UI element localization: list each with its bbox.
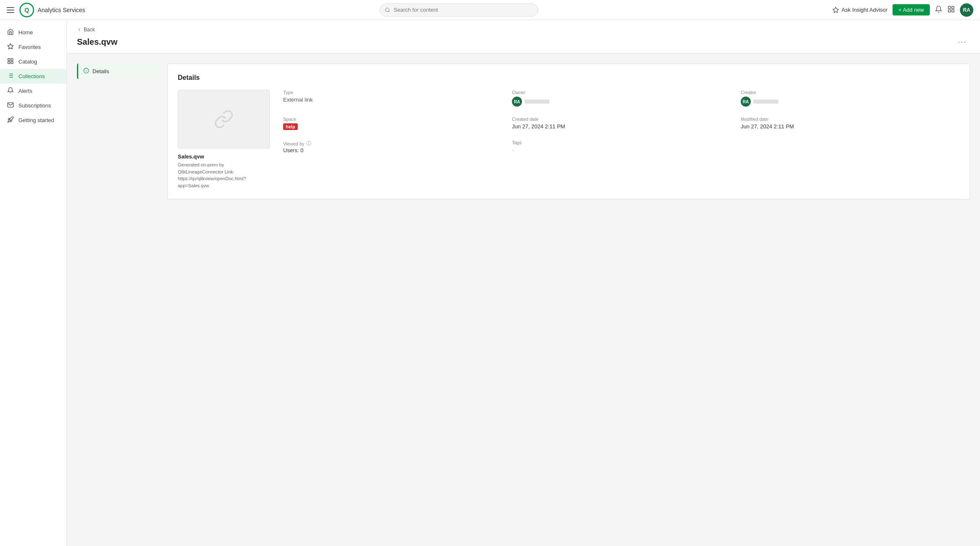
viewed-by-label: Viewed by [283, 141, 304, 146]
users-count: Users: 0 [283, 147, 502, 153]
type-value: External link [283, 97, 502, 103]
tags-value: - [512, 147, 731, 153]
details-section-title: Details [178, 74, 960, 82]
owner-label: Owner [512, 90, 731, 95]
sidebar-item-alerts[interactable]: Alerts [0, 84, 67, 98]
svg-rect-12 [11, 61, 13, 64]
catalog-icon [7, 58, 14, 66]
bell-icon[interactable] [935, 5, 942, 15]
svg-text:Q: Q [24, 7, 29, 13]
page-title: Sales.qvw [77, 37, 118, 47]
sidebar-item-collections[interactable]: Collections [0, 69, 67, 84]
svg-rect-6 [948, 10, 950, 12]
created-date-label: Created date [512, 117, 731, 122]
logo-wrapper: Q Analytics Services [19, 3, 85, 18]
insight-advisor-button[interactable]: Ask Insight Advisor [832, 7, 888, 13]
svg-marker-3 [833, 7, 838, 13]
meta-type: Type External link [283, 90, 502, 107]
sidebar-item-favorites[interactable]: Favorites [0, 40, 67, 54]
link-icon [214, 109, 234, 129]
sidebar-item-getting-started[interactable]: Getting started [0, 113, 67, 128]
search-input[interactable] [394, 7, 533, 13]
nav-right: Ask Insight Advisor + Add new RA [832, 3, 973, 17]
type-label: Type [283, 90, 502, 95]
nav-center [85, 3, 833, 17]
search-bar[interactable] [379, 3, 538, 17]
meta-owner: Owner RA [512, 90, 731, 107]
sidebar-item-getting-started-label: Getting started [18, 117, 54, 123]
meta-space: Space help [283, 117, 502, 130]
subscriptions-icon [7, 102, 14, 110]
creator-avatar: RA [741, 97, 751, 107]
insight-advisor-icon [832, 7, 839, 13]
collections-icon [7, 72, 14, 80]
info-icon [83, 68, 89, 75]
top-navigation: Q Analytics Services Ask Insight Advisor… [0, 0, 980, 20]
search-icon [385, 7, 390, 13]
sidebar-item-favorites-label: Favorites [18, 44, 41, 50]
owner-name-placeholder [525, 100, 550, 104]
sidebar-item-catalog-label: Catalog [18, 59, 37, 65]
user-avatar[interactable]: RA [960, 3, 973, 17]
space-label: Space [283, 117, 502, 122]
more-options-button[interactable]: ··· [954, 36, 970, 48]
file-description: Generated on-prem by QlikLineageConnecto… [178, 161, 270, 189]
back-link-label: Back [84, 27, 95, 33]
left-panel: Details [77, 64, 161, 199]
creator-name-placeholder [753, 100, 778, 104]
file-name: Sales.qvw [178, 153, 270, 160]
svg-rect-11 [8, 61, 10, 64]
meta-created-date: Created date Jun 27, 2024 2:11 PM [512, 117, 731, 130]
preview-thumbnail [178, 90, 270, 148]
svg-rect-7 [952, 10, 954, 12]
meta-viewed-by: Viewed by ⓘ Users: 0 [283, 140, 502, 153]
created-date-value: Jun 27, 2024 2:11 PM [512, 123, 731, 130]
left-panel-details-label: Details [92, 68, 109, 74]
svg-marker-8 [8, 43, 13, 49]
grid-icon[interactable] [947, 5, 955, 15]
svg-rect-5 [952, 6, 954, 8]
home-icon [7, 28, 14, 36]
app-title: Analytics Services [38, 7, 85, 13]
content-area: Details Details Sales.qvw [67, 54, 980, 209]
add-new-button[interactable]: + Add new [893, 4, 930, 15]
sidebar-item-catalog[interactable]: Catalog [0, 54, 67, 69]
modified-date-value: Jun 27, 2024 2:11 PM [741, 123, 960, 130]
sidebar-item-subscriptions[interactable]: Subscriptions [0, 98, 67, 113]
nav-left: Q Analytics Services [7, 3, 85, 18]
main-layout: Home Favorites Catalog [0, 20, 980, 546]
owner-row: RA [512, 97, 731, 107]
star-icon [7, 43, 14, 51]
owner-avatar: RA [512, 97, 522, 107]
sidebar-item-alerts-label: Alerts [18, 88, 32, 94]
space-value: help [283, 123, 502, 130]
back-arrow-icon [77, 27, 82, 32]
left-panel-item-details[interactable]: Details [77, 64, 161, 79]
viewed-by-info-icon: ⓘ [306, 140, 311, 147]
space-badge: help [283, 123, 298, 130]
page-header: Back Sales.qvw ··· [67, 20, 980, 54]
sidebar-item-subscriptions-label: Subscriptions [18, 102, 51, 109]
svg-rect-9 [8, 59, 10, 61]
sidebar-item-home[interactable]: Home [0, 25, 67, 40]
metadata-grid: Type External link Owner RA [283, 90, 960, 189]
qlik-logo-icon: Q [19, 3, 34, 18]
sidebar-item-collections-label: Collections [18, 73, 45, 79]
creator-label: Creator [741, 90, 960, 95]
hamburger-menu-icon[interactable] [7, 6, 15, 14]
meta-creator: Creator RA [741, 90, 960, 107]
meta-tags: Tags - [512, 140, 731, 153]
creator-row: RA [741, 97, 960, 107]
alerts-icon [7, 87, 14, 95]
rocket-icon [7, 116, 14, 124]
file-preview: Sales.qvw Generated on-prem by QlikLinea… [178, 90, 270, 189]
main-content: Back Sales.qvw ··· De [67, 20, 980, 546]
tags-label: Tags [512, 140, 731, 145]
insight-advisor-label: Ask Insight Advisor [842, 7, 888, 13]
back-link[interactable]: Back [77, 27, 970, 33]
svg-point-2 [385, 8, 389, 12]
svg-rect-10 [11, 59, 13, 61]
meta-modified-date: Modified date Jun 27, 2024 2:11 PM [741, 117, 960, 130]
viewed-by-label-row: Viewed by ⓘ [283, 140, 502, 147]
sidebar: Home Favorites Catalog [0, 20, 67, 546]
